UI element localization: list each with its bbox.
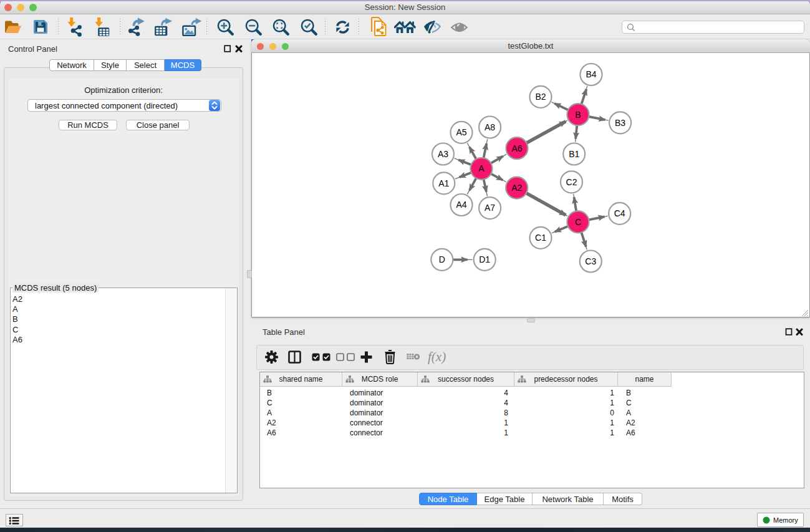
svg-text:A1: A1 (438, 178, 449, 188)
svg-text:A: A (478, 163, 485, 173)
svg-text:C4: C4 (614, 208, 625, 218)
svg-text:A5: A5 (456, 127, 466, 137)
svg-text:C1: C1 (535, 233, 546, 243)
svg-text:A4: A4 (456, 200, 466, 210)
svg-text:A3: A3 (438, 149, 448, 159)
svg-text:C3: C3 (585, 256, 596, 266)
svg-text:B2: B2 (535, 92, 546, 102)
svg-text:D1: D1 (479, 254, 490, 264)
svg-text:B1: B1 (569, 149, 579, 159)
svg-text:C2: C2 (566, 177, 577, 187)
svg-text:A7: A7 (485, 203, 495, 213)
svg-text:B: B (575, 110, 581, 120)
svg-text:C: C (575, 217, 581, 227)
svg-text:A6: A6 (511, 143, 522, 153)
svg-text:D: D (439, 254, 445, 264)
svg-text:B3: B3 (615, 118, 625, 128)
svg-text:A8: A8 (485, 122, 495, 132)
svg-text:B4: B4 (586, 69, 596, 79)
svg-text:A2: A2 (511, 183, 522, 193)
